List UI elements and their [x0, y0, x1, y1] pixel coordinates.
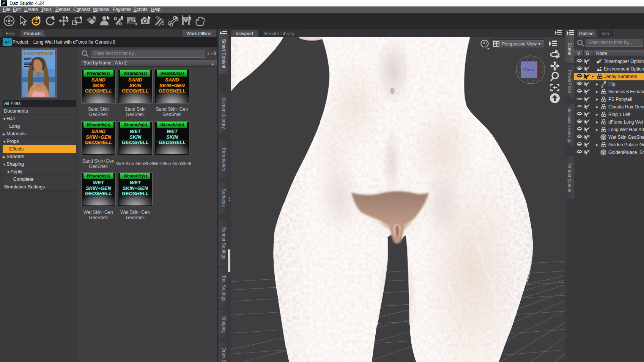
svg-text:Front: Front: [524, 67, 534, 72]
svg-text:LONG WET HAIR: LONG WET HAIR: [24, 52, 54, 56]
